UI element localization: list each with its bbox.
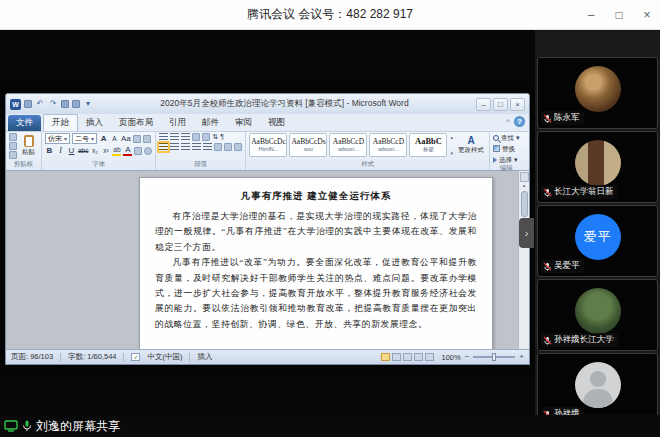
align-left-icon[interactable] [159, 143, 168, 151]
word-count[interactable]: 字数: 1/60,544 [68, 352, 116, 362]
style-item[interactable]: AaBbCcDs sou [289, 133, 327, 157]
avatar-initials: 爱平 [584, 228, 612, 246]
tab-references[interactable]: 引用 [161, 115, 194, 131]
subscript-icon[interactable]: x₂ [90, 146, 99, 156]
email-icon[interactable] [72, 100, 80, 108]
save-icon[interactable] [24, 100, 32, 108]
borders-icon[interactable] [234, 143, 242, 151]
font-color-icon[interactable]: A [123, 146, 132, 156]
word-close-icon[interactable]: × [510, 98, 525, 111]
word-minimize-icon[interactable]: – [476, 98, 491, 111]
word-window: W ↶ ↷ ▾ 2020年5月全校师生政治理论学习资料 [兼容模式] - Mic… [5, 93, 530, 365]
maximize-icon[interactable]: □ [612, 8, 626, 22]
shrink-font-icon[interactable]: A [110, 134, 119, 144]
outline-view-icon[interactable] [414, 353, 423, 361]
underline-icon[interactable]: U [67, 146, 76, 156]
style-item[interactable]: AaBbC 标题 [409, 133, 447, 157]
change-styles-button[interactable]: A 更改样式 [456, 133, 486, 157]
document-paragraph: 凡事有序推进以“改革”为动力。要全面深化改革，促进教育公平和提升教育质量，及时研… [155, 255, 477, 332]
screen-share-icon [4, 420, 18, 432]
document-canvas[interactable]: 凡事有序推进 建立健全运行体系 有序治理是大学治理的基石，是实现大学治理的现实路… [6, 171, 529, 349]
align-center-icon[interactable] [170, 143, 179, 151]
scrollbar-thumb[interactable] [521, 191, 528, 217]
word-logo-icon[interactable]: W [10, 99, 21, 110]
text-highlight-icon[interactable]: ab [112, 146, 121, 156]
find-button[interactable]: 查找 ▾ [493, 133, 520, 142]
cut-icon[interactable] [9, 133, 17, 141]
align-right-icon[interactable] [181, 143, 190, 151]
help-icon[interactable]: ? [514, 116, 525, 127]
phonetic-guide-icon[interactable] [133, 135, 141, 143]
tab-home[interactable]: 开始 [43, 114, 78, 131]
bold-icon[interactable]: B [45, 146, 54, 156]
paste-button[interactable]: 粘贴 [19, 133, 38, 159]
undo-icon[interactable]: ↶ [35, 99, 45, 109]
word-maximize-icon[interactable]: □ [493, 98, 508, 111]
styles-gallery-scroll[interactable]: ▴ ▾ [449, 133, 454, 157]
participant-tile[interactable]: 孙祥娥长江大学 [537, 279, 658, 351]
web-layout-view-icon[interactable] [403, 353, 412, 361]
style-item[interactable]: AaBbCcD wbcon... [329, 133, 367, 157]
zoom-slider[interactable] [473, 356, 515, 358]
zoom-out-icon[interactable]: − [465, 353, 470, 361]
grow-font-icon[interactable]: A [99, 134, 108, 144]
style-item[interactable]: AaBbCcDc HtmlN... [249, 133, 287, 157]
minimize-icon[interactable]: – [584, 8, 598, 22]
document-page[interactable]: 凡事有序推进 建立健全运行体系 有序治理是大学治理的基石，是实现大学治理的现实路… [139, 177, 493, 349]
superscript-icon[interactable]: x² [101, 146, 110, 156]
print-icon[interactable] [61, 100, 69, 108]
tab-mailings[interactable]: 邮件 [194, 115, 227, 131]
character-border-icon[interactable] [143, 135, 151, 143]
participant-tile[interactable]: 长江大学翁日新 [537, 131, 658, 203]
print-layout-view-icon[interactable] [381, 353, 390, 361]
character-shading-icon[interactable] [134, 147, 142, 155]
change-case-icon[interactable]: Aa [121, 134, 131, 144]
zoom-in-icon[interactable]: + [519, 353, 524, 361]
vertical-scrollbar[interactable]: ▴ [518, 171, 529, 349]
numbering-icon[interactable] [170, 133, 179, 141]
strikethrough-icon[interactable]: abc [78, 146, 88, 156]
tab-file[interactable]: 文件 [8, 115, 41, 131]
italic-icon[interactable]: I [56, 146, 65, 156]
multilevel-list-icon[interactable] [181, 133, 190, 141]
draft-view-icon[interactable] [425, 353, 434, 361]
language-indicator[interactable]: 中文(中国) [147, 352, 182, 362]
chevron-down-icon: ▾ [514, 156, 518, 164]
font-size-combo[interactable]: 二号▾ [72, 133, 97, 144]
zoom-slider-knob[interactable] [492, 353, 496, 361]
font-name-combo[interactable]: 仿宋▾ [45, 133, 70, 144]
scroll-up-icon[interactable]: ▴ [523, 182, 526, 189]
increase-indent-icon[interactable] [202, 133, 210, 141]
line-spacing-icon[interactable] [214, 143, 222, 151]
tab-page-layout[interactable]: 页面布局 [111, 115, 161, 131]
page-indicator[interactable]: 页面: 96/103 [11, 352, 53, 362]
ribbon-collapse-icon[interactable]: ^ [506, 117, 510, 126]
justify-icon[interactable] [192, 143, 201, 151]
paragraph-marks-icon[interactable]: ¶ [220, 133, 224, 141]
copy-icon[interactable] [9, 142, 17, 150]
bullets-icon[interactable] [159, 133, 168, 141]
close-icon[interactable]: × [640, 8, 654, 22]
select-button[interactable]: 选择 ▾ [493, 155, 520, 164]
redo-icon[interactable]: ↷ [48, 99, 58, 109]
fullscreen-view-icon[interactable] [392, 353, 401, 361]
replace-button[interactable]: 替换 [493, 144, 520, 153]
spellcheck-icon[interactable] [131, 353, 140, 361]
zoom-level[interactable]: 100% [441, 353, 460, 362]
enclose-characters-icon[interactable] [144, 147, 152, 155]
insert-mode[interactable]: 插入 [197, 352, 212, 362]
style-item[interactable]: AaBbCcD wbcon... [369, 133, 407, 157]
decrease-indent-icon[interactable] [192, 133, 200, 141]
ruler-toggle-icon[interactable] [520, 172, 529, 182]
participant-tile[interactable]: 陈永军 [537, 57, 658, 129]
tab-insert[interactable]: 插入 [78, 115, 111, 131]
shading-icon[interactable] [224, 143, 232, 151]
qat-dropdown-icon[interactable]: ▾ [83, 99, 93, 109]
sort-icon[interactable]: ⇅ [212, 133, 218, 141]
tab-review[interactable]: 审阅 [227, 115, 260, 131]
format-painter-icon[interactable] [9, 151, 17, 159]
sidebar-collapse-button[interactable]: › [519, 218, 534, 248]
participant-tile[interactable]: 爱平 吴爱平 [537, 205, 658, 277]
distribute-icon[interactable] [203, 143, 212, 151]
tab-view[interactable]: 视图 [260, 115, 293, 131]
